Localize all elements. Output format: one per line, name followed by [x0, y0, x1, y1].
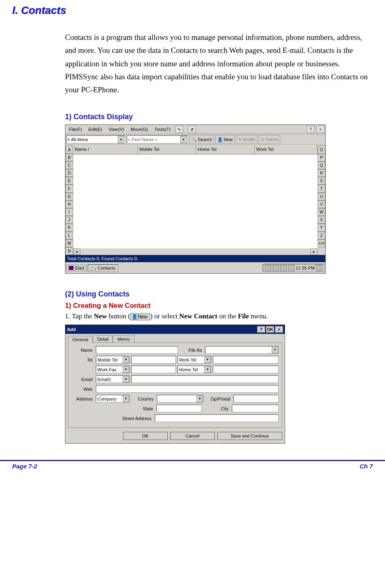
- label-fileas: File As: [180, 348, 203, 353]
- menu-edit[interactable]: Edit(E): [86, 126, 105, 133]
- help-button[interactable]: ?: [307, 126, 315, 133]
- col-work[interactable]: Work Tel: [255, 146, 318, 154]
- new-icon: 👤: [217, 137, 223, 142]
- index-btn[interactable]: G: [65, 193, 73, 200]
- name-field[interactable]: [96, 346, 178, 354]
- scroll-left-icon[interactable]: ◄: [73, 248, 80, 255]
- menu-file[interactable]: File(F): [66, 126, 85, 133]
- tel-field-2[interactable]: [213, 356, 279, 364]
- index-btn[interactable]: O: [318, 146, 325, 153]
- city-field[interactable]: [232, 405, 279, 412]
- footer-page: Page 7-2: [12, 463, 37, 470]
- tel-field-4[interactable]: [213, 366, 279, 373]
- close-button[interactable]: ×: [275, 326, 283, 333]
- street-field[interactable]: [155, 414, 279, 422]
- index-btn[interactable]: I: [65, 208, 73, 216]
- index-btn[interactable]: J: [65, 216, 73, 224]
- chevron-down-icon: ▼: [204, 366, 211, 373]
- tray-icon[interactable]: [288, 265, 294, 271]
- index-btn[interactable]: U: [318, 193, 325, 200]
- index-btn[interactable]: P: [318, 154, 325, 161]
- label-tel: Tel: [71, 357, 94, 362]
- index-btn[interactable]: E: [65, 177, 73, 185]
- index-btn[interactable]: 123: [318, 240, 325, 247]
- grid-body[interactable]: [73, 155, 318, 248]
- fileas-dropdown[interactable]: ▼: [205, 346, 279, 354]
- chevron-down-icon: ▼: [118, 136, 124, 143]
- filter-dropdown[interactable]: ▾ All items ▼: [66, 135, 125, 144]
- web-field[interactable]: [96, 385, 279, 393]
- close-button[interactable]: ×: [316, 126, 324, 133]
- start-button[interactable]: Start: [66, 265, 87, 271]
- index-btn[interactable]: X: [318, 216, 325, 224]
- col-mobile[interactable]: Mobile Tel: [138, 146, 196, 154]
- index-btn[interactable]: W: [318, 208, 325, 216]
- toolbar-icon-1[interactable]: ✎: [175, 126, 183, 133]
- menu-move[interactable]: Move(G): [128, 126, 151, 133]
- index-btn[interactable]: A: [65, 146, 73, 153]
- index-btn[interactable]: D: [65, 169, 73, 177]
- index-btn[interactable]: Z: [318, 232, 325, 240]
- country-dropdown[interactable]: ▼: [157, 395, 203, 403]
- col-name[interactable]: Name /: [73, 146, 138, 154]
- state-field[interactable]: [156, 405, 202, 412]
- tab-memo[interactable]: Memo: [113, 335, 134, 342]
- col-home[interactable]: Home Tel: [196, 146, 255, 154]
- tab-general[interactable]: General: [68, 336, 93, 343]
- index-btn[interactable]: L: [65, 232, 73, 240]
- email-field[interactable]: [131, 375, 279, 383]
- tel-type-4[interactable]: Home Tel▼: [177, 366, 211, 373]
- dialog-cancel-button[interactable]: Cancel: [170, 432, 215, 440]
- tabs: General Detail Memo: [65, 334, 285, 342]
- index-btn[interactable]: N: [65, 247, 73, 255]
- scroll-right-icon[interactable]: ►: [310, 248, 318, 255]
- tab-detail[interactable]: Detail: [93, 335, 113, 342]
- index-btn[interactable]: R: [318, 169, 325, 177]
- tel-type-3[interactable]: Work Fax▼: [96, 366, 130, 373]
- dialog-ok-button[interactable]: OK: [123, 432, 168, 440]
- index-btn[interactable]: F: [65, 185, 73, 192]
- index-btn[interactable]: S: [318, 177, 325, 185]
- index-right: O P Q R S T U V W X Y Z 123: [318, 146, 325, 255]
- index-btn[interactable]: K: [65, 224, 73, 231]
- delete-button[interactable]: ⊘ Delete: [259, 135, 280, 144]
- zip-field[interactable]: [234, 395, 279, 403]
- modify-button[interactable]: ✎ Modify: [236, 135, 257, 144]
- find-name-input[interactable]: < Find Name > ▼: [127, 135, 188, 144]
- ok-button[interactable]: OK: [266, 326, 274, 333]
- help-button[interactable]: ?: [257, 326, 265, 333]
- index-btn[interactable]: Y: [318, 224, 325, 231]
- label-city: City: [203, 406, 230, 411]
- tray-icon[interactable]: [273, 265, 279, 271]
- taskbar-item[interactable]: 📇 Contacts: [88, 264, 118, 272]
- email-type[interactable]: Email1▼: [96, 375, 130, 383]
- chevron-down-icon: ▼: [123, 376, 129, 383]
- menu-view[interactable]: View(V): [106, 126, 127, 133]
- task-label: Contacts: [97, 266, 115, 270]
- search-button[interactable]: 🔍 Search: [189, 135, 214, 144]
- index-btn[interactable]: C: [65, 161, 73, 169]
- address-type[interactable]: Company▼: [96, 395, 130, 403]
- dialog-title: Add: [67, 327, 76, 332]
- index-btn[interactable]: T: [318, 185, 325, 192]
- menu-tools[interactable]: Tools(T): [152, 126, 174, 133]
- toolbar-icon-2[interactable]: ⇵: [188, 126, 196, 133]
- new-button[interactable]: 👤 New: [215, 135, 235, 144]
- tel-field-3[interactable]: [131, 366, 176, 373]
- tel-type-1[interactable]: Mobile Tel▼: [96, 356, 130, 364]
- tray-icon[interactable]: [316, 265, 322, 271]
- label-address: Address: [71, 396, 94, 401]
- intro-paragraph: Contacts is a program that allows you to…: [65, 31, 373, 96]
- index-btn[interactable]: Q: [318, 161, 325, 169]
- tray-icon[interactable]: [280, 265, 287, 271]
- tel-field-1[interactable]: [131, 356, 176, 364]
- tel-type-2[interactable]: Work Tel▼: [177, 356, 211, 364]
- index-btn[interactable]: V: [318, 200, 325, 208]
- index-btn[interactable]: B: [65, 154, 73, 161]
- h-scrollbar[interactable]: ◄ ►: [73, 248, 318, 255]
- dialog-save-continue-button[interactable]: Save and Continue: [217, 432, 282, 440]
- index-btn[interactable]: H: [65, 200, 73, 208]
- tray-icon[interactable]: [265, 265, 271, 271]
- step-1: 1. Tap the New button (👤New) or select N…: [65, 312, 373, 320]
- index-btn[interactable]: M: [65, 240, 73, 247]
